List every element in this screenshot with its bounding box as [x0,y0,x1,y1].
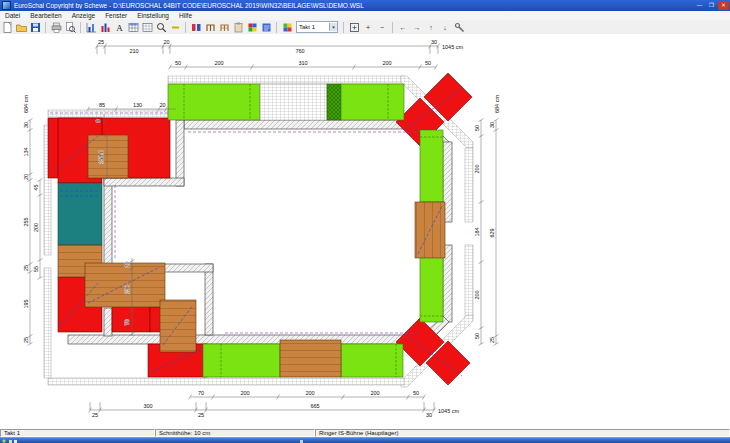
dim-label: 20 [23,174,29,180]
dim-label: 45 [33,184,39,190]
text-tool-button[interactable]: A [113,21,126,33]
wall-bottom[interactable] [68,335,427,344]
notes-icon-button[interactable] [260,21,273,33]
panel-colors-icon-button[interactable] [246,21,259,33]
dim-line [96,44,440,55]
open-folder-button[interactable] [15,21,28,33]
menu-fenster[interactable]: Fenster [100,12,132,19]
dim-label: 9 [95,119,101,122]
takt-grid-icon[interactable] [281,21,294,33]
pan-right-button[interactable]: → [411,21,424,33]
walkway-ladder-northwest[interactable] [88,135,128,178]
pan-up-button[interactable]: ↑ [425,21,438,33]
print-button[interactable] [50,21,63,33]
maximize-button[interactable]: ❐ [706,1,717,10]
toolbar-separator [185,22,186,33]
dim-label: 70 [198,390,204,396]
dim-label: 665 [310,403,319,409]
scaffold-gap-top[interactable] [260,84,327,120]
zoom-lens-button[interactable] [155,21,168,33]
green-panel-right-upper[interactable] [420,130,443,202]
toolbar-separator [276,22,277,33]
status-takt: Takt 1 [0,429,155,437]
svg-text:A: A [116,23,123,33]
teal-panel-left[interactable] [58,183,102,245]
start-button-icon[interactable] [2,439,6,443]
print-preview-button[interactable] [64,21,77,33]
wall-northwest-vertical[interactable] [176,120,184,186]
taskbar[interactable] [0,437,730,443]
chevron-down-icon[interactable]: ▾ [329,23,337,31]
green-panel-bottom-1[interactable] [203,344,280,377]
green-panel-top-1[interactable] [168,84,260,120]
green-panel-special-hatch [327,84,341,120]
stats-columns-icon-button[interactable] [99,21,112,33]
menu-einstellung[interactable]: Einstellung [132,12,174,19]
green-panel-top-2[interactable] [341,84,404,120]
yellow-dash-icon[interactable] [169,21,182,33]
taskbar-item[interactable] [300,440,303,443]
menu-datei[interactable]: Datei [0,12,25,19]
wall-left-lower[interactable] [104,308,112,336]
dim-label: 184 [474,227,480,236]
dim-label: 25 [92,412,98,418]
takt-dropdown[interactable]: Takt 1 ▾ [296,21,338,33]
drawing-canvas[interactable]: 25 210 20 760 30 1045 cm 50 200 310 200 … [0,34,730,429]
minimize-button[interactable]: — [694,1,705,10]
pan-down-button[interactable]: ↓ [439,21,452,33]
close-button[interactable]: ✕ [718,1,729,10]
dim-label: 130 [124,285,130,294]
formwork-cycle1-button[interactable] [204,21,217,33]
dim-label: 30 [426,412,432,418]
dim-label: 30 [23,122,29,128]
zoom-out-button[interactable]: − [376,21,389,33]
menu-bearbeiten[interactable]: Bearbeiten [25,12,66,19]
dim-label: 195 [23,299,29,308]
stats-blue-icon-button[interactable] [85,21,98,33]
application-window: EuroSchal Copyright by Schewe - D:\EUROS… [0,0,730,443]
pan-left-button[interactable]: ← [397,21,410,33]
dim-label: 200 [33,223,39,232]
wall-top[interactable] [184,120,427,129]
dim-label: 25 [23,265,29,271]
wall-left-upper[interactable] [104,178,112,272]
taskbar-item[interactable] [14,440,17,443]
grid-icon-button[interactable] [141,21,154,33]
fit-view-button[interactable] [348,21,361,33]
band-bottom [48,378,404,385]
toolbar: A Takt 1 ▾ + − ← → ↑ ↓ [0,20,730,35]
dim-label: 30 [431,39,437,45]
tools-wrench-button[interactable] [453,21,466,33]
wall-northwest-horizontal[interactable] [104,178,184,186]
dim-label: 20 [159,102,165,108]
zoom-in-button[interactable]: + [362,21,375,33]
save-button[interactable] [29,21,42,33]
dim-line [89,402,436,413]
walkway-bottom[interactable] [280,340,341,377]
taskbar-item[interactable] [9,440,12,443]
dim-label: 20 [124,261,130,267]
dim-label: 200 [240,390,249,396]
formwork-plan-svg: 25 210 20 760 30 1045 cm 50 200 310 200 … [0,34,730,429]
dim-label: 50 [175,60,181,66]
dim-label: 25 [98,39,104,45]
dim-label: 255 [23,217,29,226]
formwork-cycle2-button[interactable] [218,21,231,33]
table-icon-button[interactable] [127,21,140,33]
band-top [168,76,404,83]
dim-label: 200 [382,60,391,66]
menu-anzeige[interactable]: Anzeige [67,12,101,19]
wall-divider-vertical[interactable] [205,264,213,335]
green-panel-bottom-2[interactable] [341,344,403,377]
dim-label: 20 [163,39,169,45]
status-bar: Takt 1 Schnitthöhe: 10 cm Ringer IS-Bühn… [0,429,730,437]
dim-label-ladder: 158.8 [98,150,104,164]
title-bar[interactable]: EuroSchal Copyright by Schewe - D:\EUROS… [0,0,730,11]
new-file-button[interactable] [1,21,14,33]
menu-hilfe[interactable]: Hilfe [174,12,197,19]
toolbar-separator [80,22,81,33]
dim-label: 130 [133,102,142,108]
dim-label: 25 [198,412,204,418]
clipboard-icon-button[interactable] [232,21,245,33]
measure-icon-button[interactable] [190,21,203,33]
